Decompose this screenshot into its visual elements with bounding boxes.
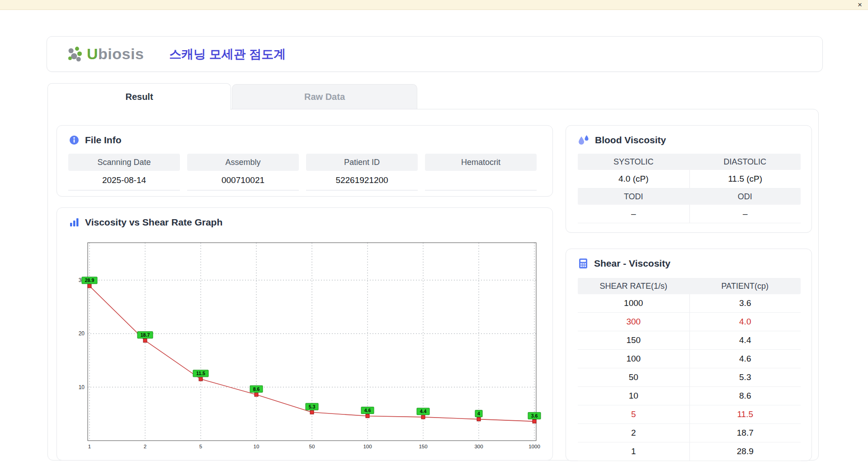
- file-info-field-2: Patient ID52261921200: [306, 154, 418, 191]
- bv-value-cell: 4.0 (cP): [578, 170, 689, 188]
- y-tick-label: 20: [79, 330, 85, 337]
- app-header: Ubiosis 스캐닝 모세관 점도계: [47, 36, 823, 72]
- field-label: Patient ID: [306, 154, 418, 171]
- bv-header-cell: ODI: [689, 188, 801, 205]
- viscosity-graph-card: Viscosity vs Shear Rate Graph 1251050100…: [57, 207, 553, 461]
- ubiosis-logo: Ubiosis: [66, 45, 144, 63]
- blood-viscosity-table: SYSTOLICDIASTOLIC4.0 (cP)11.5 (cP)TODIOD…: [578, 154, 801, 223]
- x-tick-label: 50: [309, 444, 315, 449]
- x-tick-label: 2: [144, 444, 146, 449]
- file-info-fields: Scanning Date2025-08-14Assembly000710021…: [68, 154, 537, 191]
- logo-text: Ubiosis: [87, 45, 144, 63]
- blood-viscosity-card: Blood Viscosity SYSTOLICDIASTOLIC4.0 (cP…: [566, 125, 812, 233]
- data-point-label: 8.6: [253, 386, 260, 392]
- shear-viscosity-title: Shear - Viscosity: [594, 258, 670, 269]
- data-point-label: 18.7: [141, 332, 150, 338]
- sv-patient-cell: 3.6: [689, 294, 801, 312]
- bar-chart-icon: [69, 217, 80, 228]
- sv-patient-cell: 28.9: [689, 442, 801, 461]
- sv-row-5: 108.6: [578, 387, 801, 405]
- field-value: [425, 171, 537, 191]
- close-icon[interactable]: ×: [858, 0, 862, 10]
- sv-row-4: 505.3: [578, 368, 801, 387]
- bv-header-row-0: SYSTOLICDIASTOLIC: [578, 154, 801, 170]
- droplets-icon: [578, 135, 590, 146]
- sv-shear-cell: 5: [578, 405, 689, 423]
- file-info-field-1: Assembly000710021: [187, 154, 299, 191]
- blood-viscosity-title-row: Blood Viscosity: [578, 135, 666, 146]
- calculator-icon: [578, 258, 589, 269]
- data-point-marker: [199, 377, 203, 381]
- sv-patient-cell: 8.6: [689, 387, 801, 405]
- sv-row-8: 128.9: [578, 442, 801, 461]
- sv-header-cell: PATIENT(cp): [689, 278, 801, 294]
- sv-shear-cell: 50: [578, 368, 689, 386]
- data-point-label: 5.3: [309, 404, 316, 409]
- sv-row-1: 3004.0: [578, 313, 801, 331]
- file-info-title-row: File Info: [69, 135, 122, 146]
- data-point-marker: [421, 415, 425, 419]
- x-tick-label: 1000: [528, 444, 540, 449]
- bv-header-cell: DIASTOLIC: [689, 154, 801, 170]
- file-info-card: File Info Scanning Date2025-08-14Assembl…: [57, 125, 553, 197]
- bv-value-cell: 11.5 (cP): [689, 170, 801, 188]
- graph-title-row: Viscosity vs Shear Rate Graph: [69, 217, 222, 228]
- sv-shear-cell: 1000: [578, 294, 689, 312]
- bv-value-cell: –: [689, 205, 801, 223]
- sv-patient-cell: 18.7: [689, 424, 801, 442]
- sv-shear-cell: 10: [578, 387, 689, 405]
- sv-row-7: 218.7: [578, 424, 801, 442]
- field-value: 2025-08-14: [68, 171, 180, 191]
- graph-title: Viscosity vs Shear Rate Graph: [85, 217, 222, 228]
- data-point-label: 11.5: [196, 371, 205, 376]
- sv-header-cell: SHEAR RATE(1/s): [578, 278, 689, 294]
- tab-raw-data[interactable]: Raw Data: [232, 84, 417, 109]
- bv-value-row-0: 4.0 (cP)11.5 (cP): [578, 170, 801, 188]
- x-tick-label: 10: [254, 444, 259, 449]
- bv-header-cell: SYSTOLIC: [578, 154, 689, 170]
- sv-row-2: 1504.4: [578, 331, 801, 350]
- sv-row-6: 511.5: [578, 405, 801, 424]
- data-point-marker: [533, 419, 536, 423]
- app-window: × Ubiosis 스캐닝 모세관 점도계 Result Raw Data: [0, 0, 868, 470]
- shear-viscosity-title-row: Shear - Viscosity: [578, 258, 670, 269]
- sv-patient-cell: 11.5: [689, 405, 801, 423]
- bv-header-row-1: TODIODI: [578, 188, 801, 205]
- info-icon: [69, 135, 80, 146]
- bv-value-cell: –: [578, 205, 689, 223]
- result-panel: File Info Scanning Date2025-08-14Assembl…: [47, 109, 819, 461]
- viscosity-shear-chart: 1251050100150300100010203028.918.711.58.…: [67, 236, 546, 458]
- data-point-label: 4: [477, 411, 480, 416]
- data-point-marker: [366, 414, 369, 418]
- x-tick-label: 150: [419, 444, 427, 449]
- y-tick-label: 10: [79, 384, 85, 390]
- sv-header-row: SHEAR RATE(1/s)PATIENT(cp): [578, 278, 801, 294]
- field-label: Hematocrit: [425, 154, 537, 171]
- field-value: 52261921200: [306, 171, 418, 191]
- field-value: 000710021: [187, 171, 299, 191]
- sv-row-0: 10003.6: [578, 294, 801, 313]
- x-tick-label: 100: [363, 444, 372, 449]
- field-label: Scanning Date: [68, 154, 180, 171]
- sv-patient-cell: 4.6: [689, 350, 801, 368]
- sv-row-3: 1004.6: [578, 350, 801, 368]
- logo-dots-icon: [66, 45, 84, 63]
- sv-patient-cell: 4.0: [689, 313, 801, 331]
- data-point-label: 28.9: [85, 277, 94, 283]
- x-tick-label: 5: [199, 444, 202, 449]
- sv-shear-cell: 100: [578, 350, 689, 368]
- shear-viscosity-table: SHEAR RATE(1/s)PATIENT(cp)10003.63004.01…: [578, 278, 801, 461]
- file-info-title: File Info: [85, 135, 122, 146]
- data-point-label: 4.4: [420, 409, 427, 414]
- data-point-label: 3.6: [531, 413, 538, 418]
- data-point-label: 4.6: [364, 408, 371, 413]
- data-point-marker: [477, 418, 481, 421]
- sv-shear-cell: 150: [578, 331, 689, 349]
- field-label: Assembly: [187, 154, 299, 171]
- file-info-field-3: Hematocrit: [425, 154, 537, 191]
- bv-header-cell: TODI: [578, 188, 689, 205]
- sv-patient-cell: 5.3: [689, 368, 801, 386]
- window-title-bar: ×: [0, 0, 868, 10]
- data-point-marker: [310, 410, 314, 414]
- tab-result[interactable]: Result: [47, 83, 231, 110]
